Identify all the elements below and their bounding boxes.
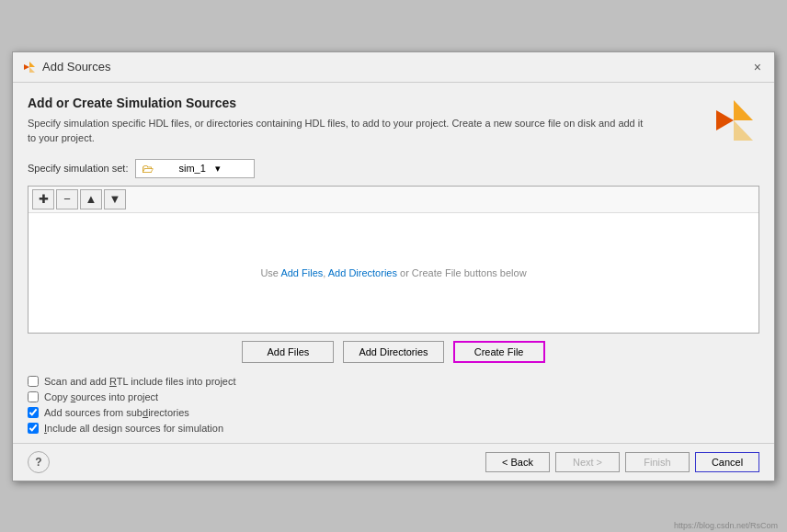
close-button[interactable]: × — [750, 58, 765, 76]
scan-rtl-checkbox[interactable] — [28, 376, 39, 387]
file-list-content: Use Add Files, Add Directories or Create… — [29, 213, 758, 333]
hint-add-directories: Add Directories — [328, 267, 397, 278]
move-up-toolbar-button[interactable]: ▲ — [80, 189, 102, 209]
copy-sources-row: Copy sources into project — [28, 391, 759, 402]
header-description: Specify simulation specific HDL files, o… — [28, 116, 653, 146]
move-down-toolbar-button[interactable]: ▼ — [104, 189, 126, 209]
down-arrow-icon: ▼ — [109, 192, 121, 206]
add-subdirs-checkbox[interactable] — [28, 407, 39, 418]
vivado-title-icon — [22, 60, 37, 74]
copy-sources-label: Copy sources into project — [44, 391, 158, 402]
cancel-button[interactable]: Cancel — [695, 452, 759, 472]
add-file-toolbar-button[interactable]: ✚ — [32, 189, 54, 209]
file-list-toolbar: ✚ − ▲ ▼ — [29, 187, 758, 213]
dropdown-chevron-icon: ▾ — [215, 163, 248, 175]
bottom-bar: ? < Back Next > Finish Cancel — [13, 443, 774, 481]
sim-set-label: Specify simulation set: — [28, 163, 128, 174]
sim-set-row: Specify simulation set: 🗁 sim_1 ▾ — [13, 155, 774, 186]
next-button[interactable]: Next > — [555, 452, 620, 472]
add-files-button[interactable]: Add Files — [242, 341, 334, 363]
action-buttons-row: Add Files Add Directories Create File — [13, 334, 774, 370]
dialog: Add Sources × Add or Create Simulation S… — [12, 51, 775, 481]
svg-marker-3 — [734, 100, 753, 120]
svg-marker-0 — [29, 62, 35, 67]
title-bar-left: Add Sources — [22, 60, 110, 74]
copy-sources-checkbox[interactable] — [28, 391, 39, 402]
header-text: Add or Create Simulation Sources Specify… — [28, 96, 709, 146]
scan-rtl-row: Scan and add RTL include files into proj… — [28, 376, 759, 387]
include-design-label: Include all design sources for simulatio… — [44, 423, 223, 434]
include-design-checkbox[interactable] — [28, 423, 39, 434]
hint-add-files: Add Files — [280, 267, 323, 278]
add-subdirs-row: Add sources from subdirectories — [28, 407, 759, 418]
add-subdirs-label: Add sources from subdirectories — [44, 407, 189, 418]
add-directories-button[interactable]: Add Directories — [343, 341, 443, 363]
sim-set-value: sim_1 — [178, 163, 211, 174]
sim-set-dropdown[interactable]: 🗁 sim_1 ▾ — [135, 159, 255, 178]
file-list-area: ✚ − ▲ ▼ Use Add Files, Add Directories o… — [28, 186, 759, 334]
up-arrow-icon: ▲ — [86, 192, 97, 206]
scan-rtl-label: Scan and add RTL include files into proj… — [44, 376, 236, 387]
finish-button[interactable]: Finish — [625, 452, 690, 472]
svg-marker-5 — [716, 110, 734, 130]
plus-icon: ✚ — [39, 192, 49, 206]
vivado-logo — [709, 96, 759, 146]
dialog-title: Add Sources — [42, 60, 110, 74]
remove-file-toolbar-button[interactable]: − — [56, 189, 78, 209]
svg-marker-4 — [734, 120, 753, 141]
header-title: Add or Create Simulation Sources — [28, 96, 709, 110]
minus-icon: − — [63, 192, 71, 206]
title-bar: Add Sources × — [13, 52, 774, 83]
checkboxes-section: Scan and add RTL include files into proj… — [13, 370, 774, 439]
svg-marker-1 — [29, 67, 35, 73]
header-section: Add or Create Simulation Sources Specify… — [13, 83, 774, 155]
include-design-row: Include all design sources for simulatio… — [28, 423, 759, 434]
bottom-right: < Back Next > Finish Cancel — [485, 452, 759, 472]
bottom-left: ? — [28, 451, 50, 473]
help-button[interactable]: ? — [28, 451, 50, 473]
create-file-button[interactable]: Create File — [453, 341, 545, 363]
file-list-hint: Use Add Files, Add Directories or Create… — [260, 267, 526, 278]
svg-marker-2 — [24, 64, 29, 70]
back-button[interactable]: < Back — [485, 452, 550, 472]
watermark: https://blog.csdn.net/RsCom — [674, 521, 778, 530]
folder-icon: 🗁 — [142, 162, 175, 175]
